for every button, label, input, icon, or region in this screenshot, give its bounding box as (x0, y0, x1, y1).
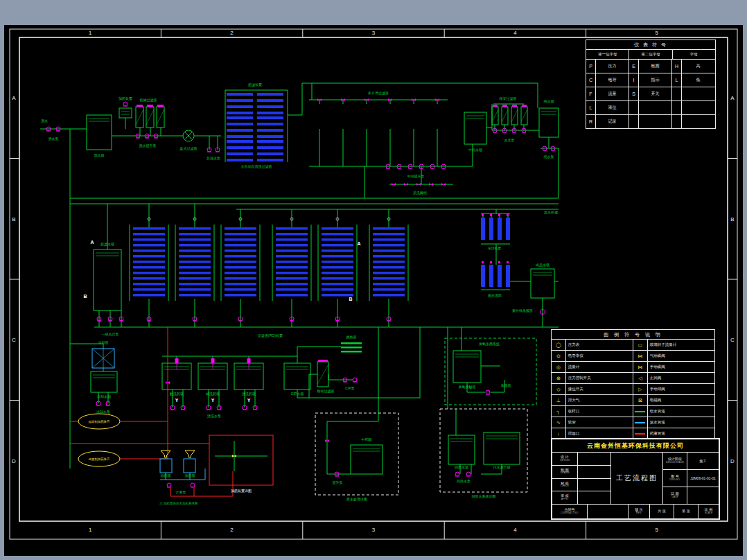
diagram-label: 一级高压泵 (102, 332, 119, 336)
membrane-module (341, 342, 362, 344)
pump-icon (353, 378, 357, 382)
diagram-label: 抛光混床 (488, 293, 502, 298)
diagram-label: 碱洗药箱 (206, 392, 220, 396)
legend-name: 浓水管道 (648, 417, 714, 428)
tank-liquid-lines (96, 253, 119, 256)
membrane-module (179, 283, 211, 286)
titleblock-label: 校 核CHECK (552, 479, 578, 491)
itable-header-row: 第一位字母第二位字母字母 (586, 50, 715, 60)
itable-cell: 指示 (639, 73, 672, 87)
titleblock-signature-row: 制 图DRAWN (552, 466, 610, 479)
legend-name: 手动球阀 (648, 384, 714, 394)
tank (453, 351, 481, 383)
legend-row: ⊙电导率仪⋈气动蝶阀 (552, 351, 714, 362)
titleblock-label: 图 号DWG NO. (663, 470, 687, 487)
membrane-module (133, 233, 165, 236)
legend-name: 压力控制开关 (566, 373, 633, 383)
membrane-module (225, 227, 256, 230)
page: 1122334455AABBCCDD阻垢剂加药装置还原剂加药装置ABABYYY原… (0, 0, 747, 560)
membrane-module (322, 244, 353, 247)
equipment-circle-cross (184, 132, 192, 139)
titleblock-bottom-cell: 共 张 (650, 505, 674, 518)
flow-connector-letter: Y (175, 398, 179, 403)
membrane-module (276, 272, 308, 274)
membrane-module (179, 238, 211, 241)
legend-table-body: ◯压力表▭玻璃转子流量计⊙电导率仪⋈气动蝶阀◎流量计⋈手动蝶阀⊗压力控制开关◁止… (552, 340, 714, 439)
vessel-cap (318, 360, 328, 362)
membrane-module (276, 233, 308, 236)
company-name: 云南金州恒基环保科技有限公司 (552, 439, 719, 453)
membrane-module (257, 93, 283, 96)
membrane-module (257, 135, 283, 138)
membrane-module (498, 218, 502, 240)
module-valve-icon (498, 261, 500, 263)
membrane-module (225, 283, 256, 286)
vessel-cap (147, 105, 153, 107)
itable-row: P压力E检测H高 (586, 60, 715, 73)
tank (351, 445, 383, 474)
legend-symbol-icon: ↓ (552, 428, 566, 439)
vessel-hatch (146, 110, 154, 125)
zone-number: 2 (230, 527, 234, 533)
membrane-module (133, 266, 165, 269)
tank-liquid-lines (450, 439, 473, 441)
diagram-label: 潜水泵 (49, 137, 59, 141)
vessel-cap (137, 105, 143, 107)
dosing-oval-label: 阻垢剂加药装置 (89, 420, 110, 423)
pipe (297, 347, 341, 356)
membrane-module (276, 261, 308, 263)
membrane-module (227, 116, 253, 119)
membrane-module (179, 288, 211, 291)
zone-number: 5 (656, 527, 659, 533)
membrane-module (373, 233, 405, 236)
membrane-module (179, 277, 211, 280)
solution-tank (160, 459, 172, 473)
vessel-hatch (157, 110, 164, 125)
dosing-oval-label: 还原剂加药装置 (89, 457, 110, 461)
vessel-hatch (521, 110, 527, 122)
diagram-label: 回用水系统详图 (472, 494, 496, 499)
itable-cell: I (629, 73, 639, 87)
diagram-label: 原水提升泵 (139, 143, 157, 148)
legend-table-title: 图 例 符 号 说 明 (552, 330, 714, 340)
tank (119, 108, 132, 118)
legend-name: 取样口 (566, 406, 633, 417)
zone-number: 3 (372, 527, 376, 533)
tank-liquid-lines (286, 367, 308, 369)
funnel-icon (185, 450, 195, 457)
pipe (120, 327, 168, 421)
membrane-module (227, 140, 253, 143)
membrane-module (506, 218, 510, 240)
pipe (328, 374, 353, 380)
membrane-module (322, 255, 353, 258)
membrane-module (227, 129, 253, 132)
legend-name: 手动蝶阀 (648, 362, 714, 372)
itable-cell: H (672, 60, 682, 73)
tank (464, 112, 486, 144)
membrane-module (373, 283, 405, 286)
valve-icon (429, 183, 433, 186)
diagram-label: 精密过滤器 (317, 389, 335, 394)
membrane-module (257, 146, 283, 149)
membrane-module (179, 272, 211, 274)
membrane-module (373, 227, 405, 230)
zone-number: 5 (656, 30, 659, 36)
membrane-module (322, 277, 353, 280)
zone-number: 4 (513, 30, 517, 36)
membrane-module (276, 255, 308, 258)
legend-row: ⊗压力控制开关◁止回阀 (552, 373, 714, 384)
membrane-module (133, 244, 165, 247)
diagram-label: 冷却塔 (98, 340, 109, 344)
legend-row: ⊥排大气⊠电磁阀 (552, 395, 714, 406)
legend-symbol-icon: ◎ (552, 362, 566, 372)
drawing-title: 工艺流程图 (611, 453, 663, 504)
flow-connector-letter: B (349, 297, 352, 301)
title-block-bottom: 合同号CONTRACT NO.版 次REV.共 张第 张比 例SCALE (552, 505, 719, 518)
membrane-module (276, 266, 308, 269)
membrane-module (225, 288, 256, 291)
mixer-motor-icon (247, 358, 251, 363)
vessel-hatch (492, 110, 498, 122)
valve-icon (392, 183, 396, 186)
itable-cell: 开关 (639, 87, 672, 100)
membrane-module (373, 255, 405, 258)
